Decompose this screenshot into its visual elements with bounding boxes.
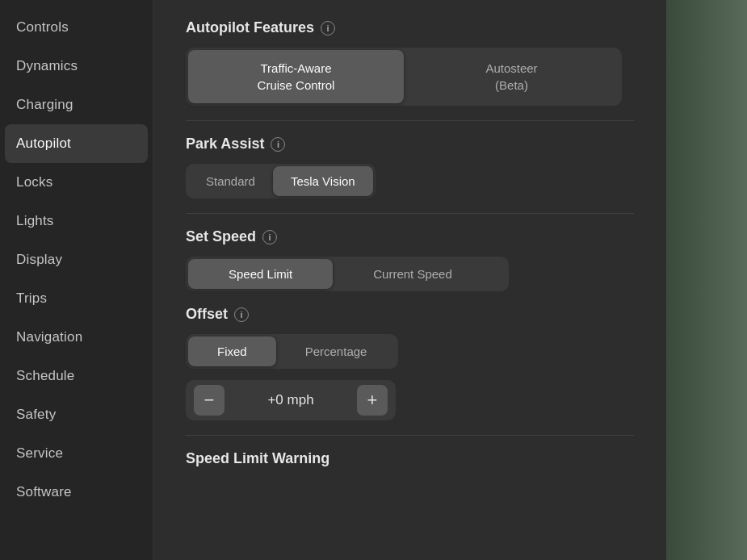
set-speed-info-icon[interactable]: i bbox=[262, 230, 277, 244]
right-panel bbox=[666, 0, 747, 560]
park-assist-header: Park Assist i bbox=[186, 136, 634, 153]
set-speed-toggle-group: Speed Limit Current Speed bbox=[186, 257, 509, 291]
sidebar-item-charging[interactable]: Charging bbox=[0, 86, 153, 124]
sidebar-item-safety[interactable]: Safety bbox=[0, 395, 153, 434]
offset-percentage-btn[interactable]: Percentage bbox=[276, 336, 397, 366]
offset-section: Offset i Fixed Percentage − +0 mph + bbox=[186, 306, 634, 420]
sidebar-item-dynamics[interactable]: Dynamics bbox=[0, 47, 153, 86]
offset-label: Offset bbox=[186, 306, 228, 323]
park-assist-section: Park Assist i Standard Tesla Vision bbox=[186, 136, 634, 199]
park-assist-info-icon[interactable]: i bbox=[271, 137, 285, 152]
set-speed-section: Set Speed i Speed Limit Current Speed bbox=[186, 228, 634, 291]
park-assist-toggle-group: Standard Tesla Vision bbox=[186, 164, 376, 199]
sidebar-item-service[interactable]: Service bbox=[0, 434, 153, 473]
set-speed-header: Set Speed i bbox=[186, 228, 634, 245]
autopilot-features-label: Autopilot Features bbox=[186, 19, 314, 36]
speed-limit-btn[interactable]: Speed Limit bbox=[188, 259, 333, 289]
speed-offset-control: − +0 mph + bbox=[186, 380, 396, 420]
speed-limit-warning-section: Speed Limit Warning bbox=[186, 450, 634, 467]
sidebar-item-autopilot[interactable]: Autopilot bbox=[5, 124, 148, 163]
traffic-aware-cruise-btn[interactable]: Traffic-AwareCruise Control bbox=[188, 50, 404, 103]
autopilot-features-info-icon[interactable]: i bbox=[321, 21, 335, 36]
sidebar-item-controls[interactable]: Controls bbox=[0, 8, 153, 47]
sidebar-item-lights[interactable]: Lights bbox=[0, 202, 153, 240]
autopilot-features-section: Autopilot Features i Traffic-AwareCruise… bbox=[186, 19, 634, 106]
park-assist-tesla-vision-btn[interactable]: Tesla Vision bbox=[273, 166, 373, 196]
offset-header: Offset i bbox=[186, 306, 634, 323]
sidebar-item-software[interactable]: Software bbox=[0, 473, 153, 512]
set-speed-label: Set Speed bbox=[186, 228, 256, 245]
divider-1 bbox=[186, 120, 634, 121]
sidebar-item-navigation[interactable]: Navigation bbox=[0, 318, 153, 357]
divider-2 bbox=[186, 213, 634, 214]
current-speed-btn[interactable]: Current Speed bbox=[333, 259, 493, 289]
sidebar-item-trips[interactable]: Trips bbox=[0, 279, 153, 318]
park-assist-standard-btn[interactable]: Standard bbox=[188, 166, 273, 196]
offset-fixed-btn[interactable]: Fixed bbox=[188, 336, 276, 366]
speed-minus-btn[interactable]: − bbox=[194, 385, 225, 416]
divider-3 bbox=[186, 435, 634, 436]
sidebar-item-locks[interactable]: Locks bbox=[0, 163, 153, 202]
sidebar-item-schedule[interactable]: Schedule bbox=[0, 357, 153, 395]
sidebar-item-display[interactable]: Display bbox=[0, 240, 153, 279]
autosteer-btn[interactable]: Autosteer(Beta) bbox=[404, 50, 619, 103]
sidebar: Controls Dynamics Charging Autopilot Loc… bbox=[0, 0, 153, 560]
speed-limit-warning-label: Speed Limit Warning bbox=[186, 450, 329, 467]
autopilot-features-toggle-group: Traffic-AwareCruise Control Autosteer(Be… bbox=[186, 48, 622, 106]
main-content: Autopilot Features i Traffic-AwareCruise… bbox=[153, 0, 666, 560]
speed-plus-btn[interactable]: + bbox=[357, 385, 388, 416]
autopilot-features-header: Autopilot Features i bbox=[186, 19, 634, 36]
speed-limit-warning-header: Speed Limit Warning bbox=[186, 450, 634, 467]
park-assist-label: Park Assist bbox=[186, 136, 264, 153]
offset-info-icon[interactable]: i bbox=[234, 307, 249, 322]
offset-toggle-group: Fixed Percentage bbox=[186, 334, 398, 369]
speed-offset-value: +0 mph bbox=[225, 392, 357, 408]
